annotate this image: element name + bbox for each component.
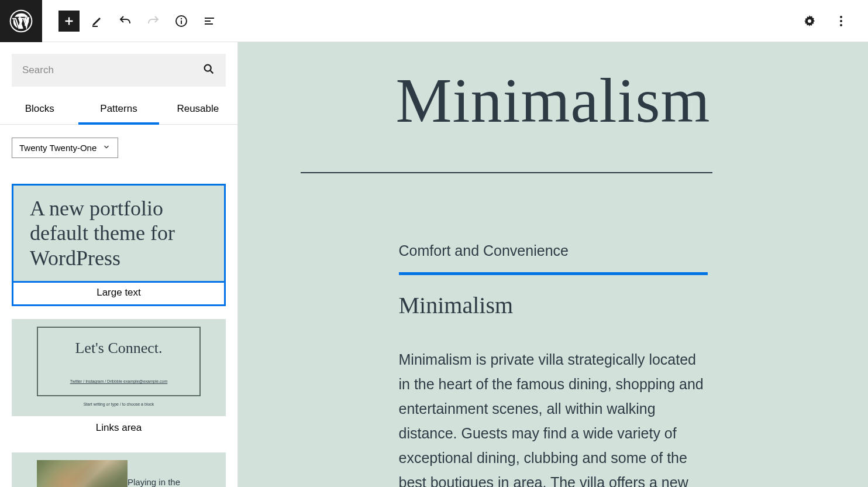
toolbar-right — [799, 11, 868, 32]
divider-dark — [301, 172, 712, 173]
pattern-list: A new portfolio default theme for WordPr… — [12, 184, 226, 487]
pattern-preview-image — [37, 460, 128, 487]
pattern-preview-text: Playing in the Sand — [128, 460, 201, 487]
content-section: Comfort and Convenience Minimalism Minim… — [301, 242, 806, 487]
svg-point-4 — [840, 16, 842, 18]
pattern-preview-text: A new portfolio default theme for WordPr… — [30, 196, 208, 270]
pattern-card-media-text[interactable]: Playing in the Sand — [12, 452, 226, 487]
hero-title[interactable]: Minimalism — [238, 42, 868, 137]
toolbar-left — [42, 11, 220, 32]
chevron-down-icon — [97, 143, 111, 153]
list-view-button[interactable] — [199, 11, 220, 32]
pattern-preview: A new portfolio default theme for WordPr… — [12, 184, 226, 283]
main-area: Blocks Patterns Reusable Twenty Twenty-O… — [0, 42, 868, 487]
edit-button[interactable] — [87, 11, 108, 32]
svg-point-3 — [808, 19, 811, 23]
undo-button[interactable] — [115, 11, 136, 32]
theme-select-label: Twenty Twenty-One — [19, 143, 97, 153]
pattern-preview: Let's Connect. Twitter / Instagram / Dri… — [12, 319, 226, 416]
inserter-tabs: Blocks Patterns Reusable — [0, 95, 237, 125]
pattern-preview-title: Let's Connect. — [44, 339, 194, 357]
divider-blue — [399, 272, 708, 275]
info-button[interactable] — [171, 11, 192, 32]
settings-button[interactable] — [799, 11, 820, 32]
theme-category-select[interactable]: Twenty Twenty-One — [12, 138, 118, 158]
pattern-card-links-area[interactable]: Let's Connect. Twitter / Instagram / Dri… — [12, 319, 226, 440]
search-box[interactable] — [12, 54, 226, 87]
editor-canvas[interactable]: Minimalism Comfort and Convenience Minim… — [238, 42, 868, 487]
pattern-card-large-text[interactable]: A new portfolio default theme for WordPr… — [12, 184, 226, 306]
search-input[interactable] — [22, 64, 202, 76]
svg-point-7 — [205, 65, 211, 71]
top-toolbar — [0, 0, 868, 42]
pattern-label: Links area — [12, 416, 226, 440]
svg-point-5 — [840, 20, 842, 22]
tab-reusable[interactable]: Reusable — [159, 95, 237, 124]
section-subtitle[interactable]: Comfort and Convenience — [399, 242, 708, 259]
wordpress-logo[interactable] — [0, 0, 42, 42]
tab-blocks[interactable]: Blocks — [0, 95, 79, 124]
redo-button[interactable] — [143, 11, 164, 32]
section-title[interactable]: Minimalism — [399, 291, 708, 319]
more-options-button[interactable] — [831, 11, 852, 32]
svg-point-2 — [181, 18, 182, 19]
pattern-preview-caption: Start writing or type / to choose a bloc… — [37, 402, 201, 406]
pattern-label: Large text — [12, 281, 226, 306]
inserter-sidebar: Blocks Patterns Reusable Twenty Twenty-O… — [0, 42, 238, 487]
add-block-button[interactable] — [58, 11, 80, 32]
tab-patterns[interactable]: Patterns — [79, 95, 158, 124]
svg-point-6 — [840, 24, 842, 26]
pattern-preview-links: Twitter / Instagram / Dribbble example@e… — [44, 379, 194, 383]
search-icon — [202, 63, 215, 78]
section-body[interactable]: Minimalism is private villa strategicall… — [399, 347, 708, 487]
pattern-preview: Playing in the Sand — [12, 452, 226, 487]
